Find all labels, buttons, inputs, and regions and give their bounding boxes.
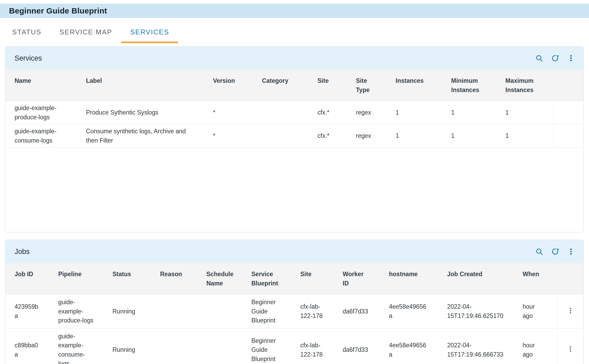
tab-service-map[interactable]: SERVICE MAP (51, 22, 121, 43)
page-title: Beginner Guide Blueprint (9, 6, 107, 15)
jobs-panel-actions (535, 247, 576, 256)
cell-label: Produce Sythentic Syslogs (80, 101, 207, 124)
cell-spacer (553, 101, 583, 124)
search-icon-glyph (535, 54, 543, 62)
table-row: guide-example-consume-logs Consume synth… (6, 124, 583, 148)
services-panel: Services (5, 46, 584, 232)
refresh-icon-glyph (551, 248, 559, 256)
kebab-menu-icon[interactable] (566, 306, 575, 315)
refresh-icon[interactable] (551, 54, 560, 63)
table-row: 423959ba guide-example-produce-logs Runn… (6, 294, 583, 329)
jobs-table: Job ID Pipeline Status Reason Schedule N… (6, 263, 583, 364)
cell-minimum-instances: 1 (445, 101, 499, 124)
cell-when: hour ago (516, 294, 557, 329)
column-header-site: Site (311, 70, 350, 101)
cell-name: guide-example-consume-logs (6, 124, 80, 148)
jobs-panel-header: Jobs (6, 240, 583, 263)
column-header-site: Site (294, 263, 336, 294)
cell-site: cfx.* (311, 101, 350, 124)
search-icon[interactable] (535, 247, 544, 256)
cell-instances: 1 (389, 101, 445, 124)
tab-services[interactable]: SERVICES (121, 22, 178, 43)
column-header-instances: Instances (389, 70, 445, 101)
cell-schedule-name (200, 294, 245, 329)
kebab-menu-icon[interactable] (567, 247, 576, 256)
table-row: guide-example-produce-logs Produce Sythe… (6, 101, 583, 124)
cell-category (256, 124, 311, 148)
cell-pipeline: guide-example-produce-logs (52, 294, 106, 329)
cell-status: Running (106, 328, 154, 364)
cell-worker-id: da6f7d33 (336, 294, 383, 329)
cell-hostname: 4ee58e49656a (383, 294, 441, 329)
column-header-when: When (516, 263, 557, 294)
cell-job-created: 2022-04-15T17:19:46.666733 (441, 328, 516, 364)
tab-status[interactable]: STATUS (3, 22, 51, 43)
cell-site-type: regex (350, 124, 389, 148)
titlebar: Beginner Guide Blueprint (0, 4, 589, 18)
kebab-menu-icon-glyph (567, 345, 574, 353)
column-header-job-id: Job ID (6, 263, 52, 294)
services-header-row: Name Label Version Category Site Site Ty… (6, 70, 583, 101)
cell-minimum-instances: 1 (445, 124, 499, 148)
kebab-menu-icon-glyph (567, 54, 575, 62)
column-header-site-type: Site Type (350, 70, 389, 101)
services-panel-actions (535, 54, 576, 63)
cell-hostname: 4ee58e49656a (383, 328, 441, 364)
column-header-reason: Reason (154, 263, 200, 294)
kebab-menu-icon-glyph (567, 307, 574, 314)
cell-pipeline: guide-example-consume-logs (52, 328, 106, 364)
column-header-schedule-name: Schedule Name (200, 263, 245, 294)
cell-row-actions (557, 328, 583, 364)
table-row: c89bba0a guide-example-consume-logs Runn… (6, 328, 583, 364)
column-header-status: Status (106, 263, 154, 294)
services-panel-header: Services (6, 47, 583, 70)
services-table: Name Label Version Category Site Site Ty… (6, 70, 583, 148)
cell-reason (154, 328, 200, 364)
search-icon-glyph (535, 248, 543, 256)
column-header-version: Version (207, 70, 256, 101)
search-icon[interactable] (535, 54, 544, 63)
cell-schedule-name (200, 328, 245, 364)
column-header-spacer (553, 70, 583, 101)
cell-version: * (207, 101, 256, 124)
cell-job-id: 423959ba (6, 294, 52, 329)
kebab-menu-icon[interactable] (567, 54, 576, 63)
cell-spacer (553, 124, 583, 148)
column-header-label: Label (80, 70, 207, 101)
jobs-panel-title: Jobs (15, 248, 30, 256)
cell-when: hour ago (516, 328, 557, 364)
jobs-header-row: Job ID Pipeline Status Reason Schedule N… (6, 263, 583, 294)
jobs-panel: Jobs (5, 240, 584, 364)
cell-row-actions (557, 294, 583, 329)
cell-site: cfx.* (311, 124, 350, 148)
cell-instances: 1 (389, 124, 445, 148)
cell-maximum-instances: 1 (499, 124, 553, 148)
cell-status: Running (106, 294, 154, 329)
column-header-hostname: hostname (383, 263, 441, 294)
refresh-icon-glyph (551, 54, 559, 62)
refresh-icon[interactable] (551, 247, 560, 256)
column-header-name: Name (6, 70, 80, 101)
cell-category (256, 101, 311, 124)
column-header-actions-spacer (557, 263, 583, 294)
cell-job-created: 2022-04-15T17:19:46.625170 (441, 294, 516, 329)
cell-label: Consume synthetic logs, Archive and then… (80, 124, 207, 148)
cell-site-type: regex (350, 101, 389, 124)
column-header-category: Category (256, 70, 311, 101)
services-panel-title: Services (15, 54, 42, 62)
cell-reason (154, 294, 200, 329)
column-header-job-created: Job Created (441, 263, 516, 294)
column-header-maximum-instances: Maximum Instances (499, 70, 553, 101)
cell-job-id: c89bba0a (6, 328, 52, 364)
column-header-worker-id: Worker ID (336, 263, 383, 294)
cell-name: guide-example-produce-logs (6, 101, 80, 124)
kebab-menu-icon[interactable] (566, 344, 575, 353)
kebab-menu-icon-glyph (567, 248, 575, 256)
cell-service-blueprint: Beginner Guide Blueprint (245, 294, 294, 329)
column-header-service-blueprint: Service Blueprint (245, 263, 294, 294)
cell-worker-id: da6f7d33 (336, 328, 383, 364)
cell-version: * (207, 124, 256, 148)
cell-maximum-instances: 1 (499, 101, 553, 124)
cell-service-blueprint: Beginner Guide Blueprint (245, 328, 294, 364)
cell-site: cfx-lab-122-178 (294, 294, 336, 329)
